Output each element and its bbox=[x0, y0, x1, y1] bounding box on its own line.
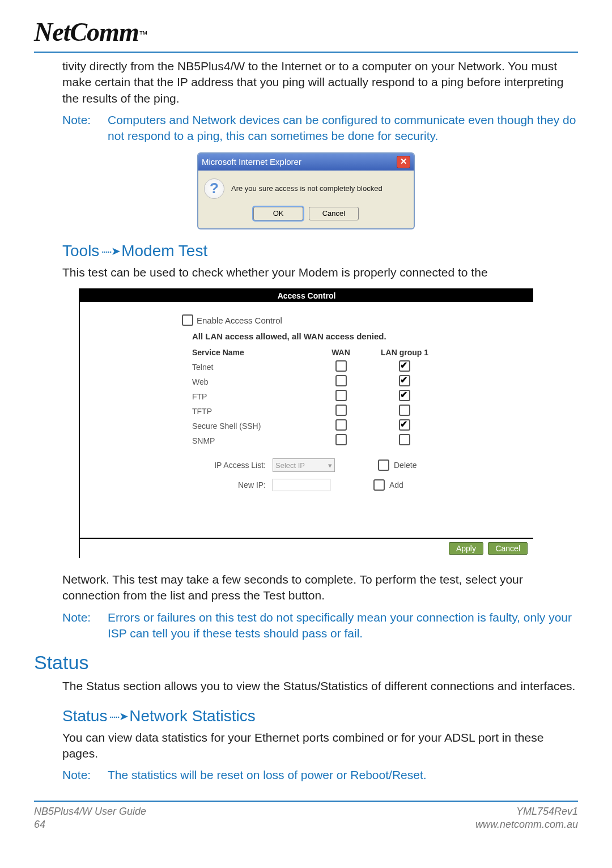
service-name: TFTP bbox=[192, 407, 317, 416]
service-row: Secure Shell (SSH) bbox=[192, 419, 511, 432]
footer-guide: NB5Plus4/W User Guide bbox=[34, 805, 146, 818]
panel-title: Access Control bbox=[80, 290, 533, 302]
status-paragraph: The Status section allows you to view th… bbox=[62, 678, 578, 694]
service-table: Service Name WAN LAN group 1 TelnetWebFT… bbox=[192, 348, 511, 447]
logo-tm: ™ bbox=[139, 29, 148, 39]
wan-checkbox[interactable] bbox=[335, 405, 347, 416]
add-label: Add bbox=[389, 480, 403, 490]
chevron-down-icon: ▾ bbox=[328, 461, 332, 470]
note-2: Note: Errors or failures on this test do… bbox=[62, 610, 578, 642]
logo-text: NetComm bbox=[34, 18, 139, 46]
note-label: Note: bbox=[62, 112, 108, 144]
wan-checkbox[interactable] bbox=[335, 390, 347, 401]
new-ip-input[interactable] bbox=[273, 479, 330, 491]
ip-access-list-label: IP Access List: bbox=[192, 461, 266, 470]
arrow-icon: ·····➤ bbox=[101, 244, 120, 258]
col-service: Service Name bbox=[192, 348, 317, 357]
col-wan: WAN bbox=[317, 348, 365, 357]
note-text: The statistics will be reset on loss of … bbox=[108, 767, 578, 783]
dialog-title-text: Microsoft Internet Explorer bbox=[202, 157, 301, 167]
note-label: Note: bbox=[62, 767, 108, 783]
wan-checkbox[interactable] bbox=[335, 419, 347, 431]
delete-checkbox[interactable] bbox=[378, 459, 389, 471]
lan-checkbox[interactable] bbox=[399, 375, 410, 386]
apply-button[interactable]: Apply bbox=[449, 542, 483, 555]
delete-label: Delete bbox=[394, 461, 416, 470]
enable-access-checkbox[interactable] bbox=[182, 314, 193, 326]
footer-page: 64 bbox=[34, 818, 146, 831]
wan-checkbox[interactable] bbox=[335, 360, 347, 372]
enable-access-label: Enable Access Control bbox=[197, 316, 282, 325]
access-control-panel: Access Control Enable Access Control All… bbox=[79, 288, 533, 558]
service-row: TFTP bbox=[192, 405, 511, 418]
note-text: Errors or failures on this test do not s… bbox=[108, 610, 578, 642]
cancel-button[interactable]: Cancel bbox=[309, 207, 359, 220]
service-name: Telnet bbox=[192, 363, 317, 372]
footer-rev: YML754Rev1 bbox=[475, 805, 578, 818]
service-name: FTP bbox=[192, 392, 317, 401]
note-3: Note: The statistics will be reset on lo… bbox=[62, 767, 578, 783]
note-text: Computers and Network devices can be con… bbox=[108, 112, 578, 144]
modem-para-2: Network. This test may take a few second… bbox=[62, 572, 578, 604]
service-name: SNMP bbox=[192, 436, 317, 445]
allow-deny-text: All LAN access allowed, all WAN access d… bbox=[192, 331, 511, 341]
question-icon: ? bbox=[204, 178, 224, 199]
dialog-message: Are you sure access is not completely bl… bbox=[231, 184, 382, 193]
header: NetComm™ bbox=[34, 17, 578, 53]
modem-para-1: This test can be used to check whether y… bbox=[62, 265, 578, 280]
service-row: Telnet bbox=[192, 360, 511, 373]
arrow-icon: ·····➤ bbox=[109, 709, 128, 723]
page-footer: NB5Plus4/W User Guide 64 YML754Rev1 www.… bbox=[34, 801, 578, 832]
note-label: Note: bbox=[62, 610, 108, 642]
wan-checkbox[interactable] bbox=[335, 375, 347, 386]
confirm-dialog: Microsoft Internet Explorer ✕ ? Are you … bbox=[197, 152, 415, 229]
intro-paragraph: tivity directly from the NB5Plus4/W to t… bbox=[62, 58, 578, 107]
lan-checkbox[interactable] bbox=[399, 405, 410, 416]
service-name: Web bbox=[192, 377, 317, 386]
note-1: Note: Computers and Network devices can … bbox=[62, 112, 578, 144]
service-row: SNMP bbox=[192, 434, 511, 447]
add-checkbox[interactable] bbox=[373, 479, 385, 491]
col-lan: LAN group 1 bbox=[365, 348, 444, 357]
lan-checkbox[interactable] bbox=[399, 419, 410, 431]
dialog-titlebar: Microsoft Internet Explorer ✕ bbox=[198, 154, 414, 171]
service-name: Secure Shell (SSH) bbox=[192, 422, 317, 431]
netstat-paragraph: You can view data statistics for your Et… bbox=[62, 730, 578, 762]
footer-url: www.netcomm.com.au bbox=[475, 818, 578, 831]
panel-cancel-button[interactable]: Cancel bbox=[488, 542, 528, 555]
ip-access-select[interactable]: Select IP ▾ bbox=[273, 458, 335, 472]
service-row: FTP bbox=[192, 390, 511, 403]
heading-network-statistics: Status·····➤Network Statistics bbox=[62, 707, 578, 725]
ok-button[interactable]: OK bbox=[253, 207, 303, 220]
wan-checkbox[interactable] bbox=[335, 434, 347, 445]
lan-checkbox[interactable] bbox=[399, 360, 410, 372]
heading-modem-test: Tools·····➤Modem Test bbox=[62, 242, 578, 260]
heading-status: Status bbox=[34, 652, 578, 674]
lan-checkbox[interactable] bbox=[399, 390, 410, 401]
new-ip-label: New IP: bbox=[192, 480, 266, 490]
close-icon[interactable]: ✕ bbox=[397, 156, 410, 168]
lan-checkbox[interactable] bbox=[399, 434, 410, 445]
service-row: Web bbox=[192, 375, 511, 388]
